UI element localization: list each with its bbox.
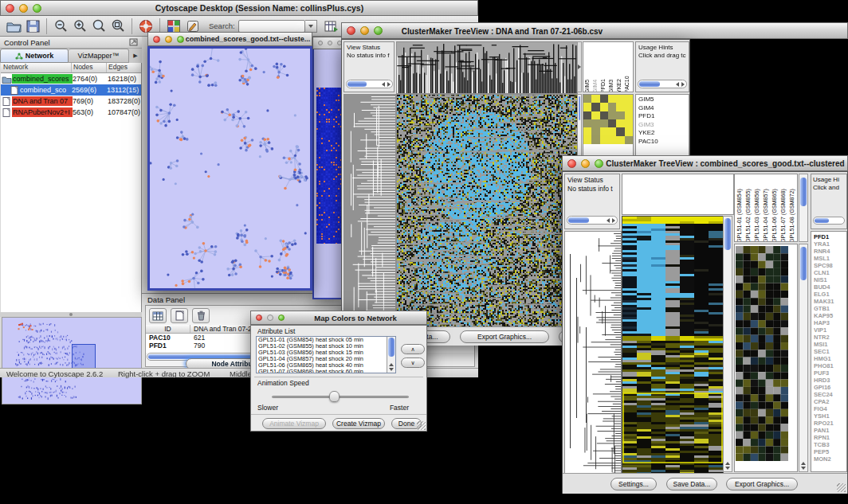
- gene-label[interactable]: GTB1: [814, 305, 846, 312]
- gene-label[interactable]: TCB3: [814, 441, 846, 448]
- gene-label[interactable]: YKE2: [638, 129, 689, 138]
- zoom-in-icon[interactable]: [70, 18, 89, 35]
- gene-label[interactable]: PFD1: [638, 112, 689, 121]
- settings-button[interactable]: Settings...: [610, 478, 657, 490]
- main-titlebar[interactable]: Cytoscape Desktop (Session Name: collins…: [0, 0, 478, 16]
- treeview2-titlebar[interactable]: ClusterMaker TreeView : combined_scores_…: [562, 155, 848, 171]
- gene-label[interactable]: PHO81: [814, 362, 846, 369]
- gene-label[interactable]: YSH1: [814, 412, 846, 420]
- treeview1-titlebar[interactable]: ClusterMaker TreeView : DNA and Tran 07-…: [341, 22, 848, 39]
- gene-label[interactable]: HRD3: [814, 377, 846, 384]
- minimize-button[interactable]: [19, 4, 28, 13]
- vscroll-thumb[interactable]: [800, 247, 807, 280]
- background-network-canvas-area[interactable]: [312, 49, 343, 299]
- select-attributes-button[interactable]: [149, 308, 167, 323]
- gene-label[interactable]: HMG1: [814, 355, 846, 362]
- gene-label[interactable]: RPN1: [814, 434, 846, 441]
- delete-attribute-button[interactable]: [192, 308, 210, 323]
- gene-label[interactable]: NTR2: [814, 334, 846, 341]
- move-up-button[interactable]: ∧: [401, 344, 425, 354]
- close-button[interactable]: [567, 159, 576, 168]
- vscroll-thumb[interactable]: [800, 178, 807, 206]
- tv2-zoom-vscrollbar[interactable]: [799, 244, 808, 472]
- gene-label[interactable]: BUD4: [814, 283, 846, 291]
- attribute-item[interactable]: GPL51-07 (GSM868) heat shock 60 min: [258, 369, 395, 373]
- gene-label[interactable]: MSL1: [814, 255, 846, 262]
- gene-label[interactable]: NIS1: [814, 276, 846, 283]
- zoom-actual-icon[interactable]: [89, 18, 108, 35]
- gene-label[interactable]: PFD1: [814, 233, 846, 240]
- gene-label[interactable]: PUF3: [814, 369, 846, 377]
- gene-label[interactable]: KAP95: [814, 312, 846, 319]
- tv2-gene-dendrogram[interactable]: [564, 231, 622, 474]
- tv1-column-dendrogram[interactable]: [396, 41, 578, 94]
- gene-label[interactable]: PAC10: [638, 138, 689, 147]
- export-graphics-button[interactable]: Export Graphics...: [726, 478, 798, 490]
- gene-label[interactable]: GIM4: [638, 104, 689, 113]
- tab-vizmapper[interactable]: VizMapper™: [69, 49, 129, 63]
- col-header-edges[interactable]: Edges: [107, 63, 141, 72]
- hscroll-thumb[interactable]: [347, 81, 367, 87]
- usage-hints-hscrollbar[interactable]: [813, 217, 845, 225]
- zoom-button[interactable]: [278, 315, 285, 321]
- col-header-nodes[interactable]: Nodes: [72, 63, 107, 72]
- float-panel-icon[interactable]: [129, 38, 138, 46]
- minimize-button[interactable]: [581, 159, 590, 168]
- speed-slider-track[interactable]: [272, 396, 409, 398]
- search-input[interactable]: [238, 20, 305, 33]
- zoom-fit-icon[interactable]: [108, 18, 128, 35]
- gene-label[interactable]: RPO21: [814, 420, 846, 427]
- hscroll-thumb[interactable]: [568, 217, 589, 223]
- background-window-titlebar[interactable]: [312, 37, 343, 49]
- minimize-button[interactable]: [267, 315, 273, 321]
- dialog-titlebar[interactable]: Map Colors to Network: [250, 311, 427, 325]
- new-attribute-button[interactable]: [171, 308, 188, 323]
- col-header-id[interactable]: ID: [146, 325, 190, 333]
- network-row-dna-tran[interactable]: DNA and Tran 07 769(0) 183728(0): [1, 96, 141, 107]
- save-data-button[interactable]: Save Data...: [666, 478, 717, 490]
- gene-label[interactable]: YRA1: [814, 240, 846, 248]
- tv1-gene-dendrogram[interactable]: [344, 94, 396, 328]
- save-icon[interactable]: [23, 18, 42, 35]
- tv1-heatmap[interactable]: [396, 94, 578, 328]
- gene-label[interactable]: RNR4: [814, 248, 846, 255]
- minimize-button[interactable]: [165, 36, 172, 43]
- view-status-hscrollbar[interactable]: [567, 216, 618, 225]
- hscroll-thumb[interactable]: [639, 81, 660, 87]
- gene-label[interactable]: MSI1: [814, 341, 846, 348]
- close-button[interactable]: [6, 4, 14, 13]
- network-row-combined-scores[interactable]: combined_scores 2764(0) 16218(0): [1, 73, 141, 84]
- resize-grip[interactable]: [837, 483, 846, 492]
- usage-hints-hscrollbar[interactable]: [638, 80, 687, 88]
- zoom-button[interactable]: [595, 159, 603, 168]
- gene-label[interactable]: CPA2: [814, 398, 846, 405]
- gene-label[interactable]: HAP3: [814, 319, 846, 326]
- search-dropdown-button[interactable]: [305, 20, 317, 33]
- resize-grip[interactable]: [417, 421, 426, 430]
- zoom-button[interactable]: [177, 36, 184, 43]
- gene-label[interactable]: MAK31: [814, 298, 846, 305]
- vscroll-thumb[interactable]: [724, 218, 731, 250]
- gene-label[interactable]: GIM5: [638, 96, 689, 104]
- speed-slider-thumb[interactable]: [329, 391, 340, 402]
- gene-label[interactable]: MON2: [814, 455, 846, 463]
- gene-label[interactable]: PEP5: [814, 448, 846, 455]
- close-button[interactable]: [153, 36, 160, 43]
- import-table-icon[interactable]: [322, 18, 341, 35]
- vscroll-thumb[interactable]: [388, 338, 395, 357]
- gene-label[interactable]: GIM3: [638, 121, 689, 130]
- network-view-titlebar[interactable]: combined_scores_good.txt--cluste...: [147, 32, 312, 46]
- close-button[interactable]: [347, 26, 355, 35]
- gene-label[interactable]: PAN1: [814, 427, 846, 434]
- hscroll-thumb[interactable]: [815, 218, 829, 223]
- view-status-hscrollbar[interactable]: [346, 80, 393, 88]
- dense-network-grid[interactable]: [316, 88, 342, 244]
- network-row-rnapuber[interactable]: RNAPuberNov2+I 563(0) 107847(0): [1, 107, 141, 118]
- gene-label[interactable]: CLN1: [814, 269, 846, 276]
- gene-label[interactable]: GPI16: [814, 384, 846, 391]
- network-row-combined-scores-clustered[interactable]: combined_sco 2569(6) 13112(15): [1, 84, 141, 96]
- tv2-heatmap-vscrollbar[interactable]: [723, 216, 732, 472]
- network-view-canvas[interactable]: [150, 49, 310, 288]
- attribute-vscrollbar[interactable]: [387, 337, 395, 373]
- gene-label[interactable]: FIG4: [814, 405, 846, 412]
